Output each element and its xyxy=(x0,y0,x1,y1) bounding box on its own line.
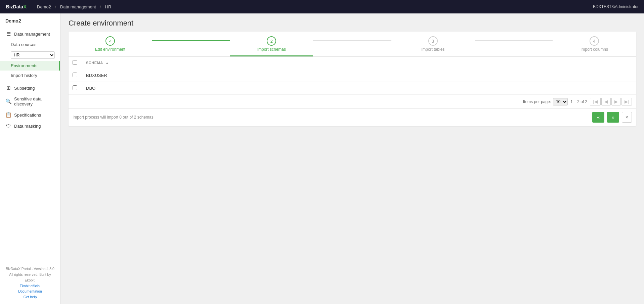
sidebar-footer: BizDataX Portal - Version 4.3.0 All righ… xyxy=(0,262,60,304)
pagination-last-button[interactable]: ▶| xyxy=(621,98,632,105)
sidebar-item-environments[interactable]: Environments xyxy=(0,61,60,71)
sidebar-docs-link[interactable]: Documentation xyxy=(18,289,42,293)
row-2-checkbox[interactable] xyxy=(73,85,77,90)
row-1-schema: BDXUSER xyxy=(82,69,636,82)
sidebar-version: BizDataX Portal - Version 4.3.0 xyxy=(5,266,55,272)
select-all-checkbox[interactable] xyxy=(73,60,77,65)
items-per-page: Items per page: 10 25 50 xyxy=(523,98,568,105)
schema-table: SCHEMA ▲ BDXUSER xyxy=(69,57,636,95)
action-buttons: « » × xyxy=(592,112,632,123)
table-body: BDXUSER DBO xyxy=(69,69,636,95)
pagination-prev-button[interactable]: ◀ xyxy=(601,98,611,105)
action-bar: Import process will import 0 out of 2 sc… xyxy=(69,108,636,126)
table-header: SCHEMA ▲ xyxy=(69,57,636,69)
th-schema[interactable]: SCHEMA ▲ xyxy=(82,57,636,69)
pagination-first-button[interactable]: |◀ xyxy=(590,98,600,105)
sidebar-item-data-management[interactable]: ☰ Data management xyxy=(0,28,60,40)
cancel-button[interactable]: × xyxy=(622,112,632,123)
topnav-user: BDXTEST3\Administrator xyxy=(593,4,639,9)
stepper: ✓ Edit environment 2 Import schemas 3 Im… xyxy=(69,32,636,57)
sidebar-item-data-sources[interactable]: Data sources xyxy=(0,40,60,49)
breadcrumb-sep-1: / xyxy=(54,4,57,9)
sidebar-ekobit-link[interactable]: Ekobit official xyxy=(20,284,41,288)
sidebar-hr-dropdown[interactable]: HR xyxy=(0,49,60,61)
step-connector-2 xyxy=(313,40,391,41)
step-3: 3 Import tables xyxy=(391,32,475,56)
row-2-checkbox-cell xyxy=(69,82,82,95)
sidebar-rights: All rights reserved. Built by Ekobit. xyxy=(5,272,55,283)
sidebar-item-subsetting[interactable]: ⊞ Subsetting xyxy=(0,82,60,94)
topnav: BizData X Demo2 / Data management / HR B… xyxy=(0,0,644,13)
sensitive-data-icon: 🔍 xyxy=(5,98,11,104)
step-connector-1 xyxy=(152,40,230,41)
breadcrumb-sep-2: / xyxy=(99,4,102,9)
row-1-checkbox[interactable] xyxy=(73,73,77,77)
table-row: DBO xyxy=(69,82,636,95)
step-3-label: Import tables xyxy=(421,47,444,52)
pagination-buttons: |◀ ◀ ▶ ▶| xyxy=(590,98,632,105)
sidebar-label-specifications: Specifications xyxy=(14,113,41,118)
svg-text:X: X xyxy=(23,4,27,9)
items-per-page-select[interactable]: 10 25 50 xyxy=(553,98,568,105)
sidebar-help-link[interactable]: Get help xyxy=(24,295,37,299)
hr-select[interactable]: HR xyxy=(11,51,55,59)
step-4-circle: 4 xyxy=(590,36,599,46)
sidebar-item-specifications[interactable]: 📋 Specifications xyxy=(0,109,60,121)
specifications-icon: 📋 xyxy=(5,112,11,118)
sidebar-label-sensitive-data: Sensitive data discovery xyxy=(14,96,55,106)
step-1: ✓ Edit environment xyxy=(69,32,152,56)
sidebar-label-data-masking: Data masking xyxy=(14,124,41,129)
items-per-page-label: Items per page: xyxy=(523,99,551,104)
sidebar-item-sensitive-data[interactable]: 🔍 Sensitive data discovery xyxy=(0,94,60,109)
step-3-circle: 3 xyxy=(428,36,438,46)
step-1-circle: ✓ xyxy=(105,36,115,46)
pagination-range: 1 – 2 of 2 xyxy=(570,99,587,104)
row-2-schema: DBO xyxy=(82,82,636,95)
breadcrumb-demo2[interactable]: Demo2 xyxy=(37,4,51,9)
stepper-card: ✓ Edit environment 2 Import schemas 3 Im… xyxy=(69,32,636,126)
step-2-circle: 2 xyxy=(267,36,276,46)
breadcrumb-hr[interactable]: HR xyxy=(105,4,112,9)
next-button[interactable]: » xyxy=(607,112,619,123)
page-header: Create environment xyxy=(60,13,644,32)
table-footer: Items per page: 10 25 50 1 – 2 of 2 |◀ ◀… xyxy=(69,95,636,108)
step-2-label: Import schemas xyxy=(257,47,286,52)
sidebar-item-data-masking[interactable]: 🛡 Data masking xyxy=(0,121,60,132)
breadcrumb-data-management[interactable]: Data management xyxy=(60,4,96,9)
step-1-label: Edit environment xyxy=(95,47,125,52)
step-4-label: Import columns xyxy=(581,47,608,52)
sidebar-section-data-management: ☰ Data management Data sources HR Enviro… xyxy=(0,26,60,82)
sidebar-app-name: Demo2 xyxy=(0,13,60,26)
data-masking-icon: 🛡 xyxy=(5,123,11,129)
main-content: Create environment ✓ Edit environment 2 … xyxy=(60,13,644,304)
subsetting-icon: ⊞ xyxy=(5,85,11,91)
sidebar-label-subsetting: Subsetting xyxy=(14,86,35,91)
svg-text:BizData: BizData xyxy=(6,4,24,9)
import-info: Import process will import 0 out of 2 sc… xyxy=(73,115,154,120)
logo: BizData X xyxy=(5,2,29,11)
data-management-icon: ☰ xyxy=(5,31,11,37)
sidebar-label-data-management: Data management xyxy=(14,32,50,37)
sidebar: Demo2 ☰ Data management Data sources HR … xyxy=(0,13,60,304)
table-row: BDXUSER xyxy=(69,69,636,82)
breadcrumb: Demo2 / Data management / HR xyxy=(37,4,593,9)
step-4: 4 Import columns xyxy=(553,32,636,56)
table-container: SCHEMA ▲ BDXUSER xyxy=(69,57,636,95)
page-title: Create environment xyxy=(69,19,636,28)
th-checkbox xyxy=(69,57,82,69)
pagination-next-button[interactable]: ▶ xyxy=(611,98,621,105)
step-2: 2 Import schemas xyxy=(230,32,313,56)
prev-button[interactable]: « xyxy=(592,112,604,123)
row-1-checkbox-cell xyxy=(69,69,82,82)
sort-icon: ▲ xyxy=(105,61,109,65)
step-connector-3 xyxy=(475,40,553,41)
sidebar-item-import-history[interactable]: Import history xyxy=(0,71,60,80)
